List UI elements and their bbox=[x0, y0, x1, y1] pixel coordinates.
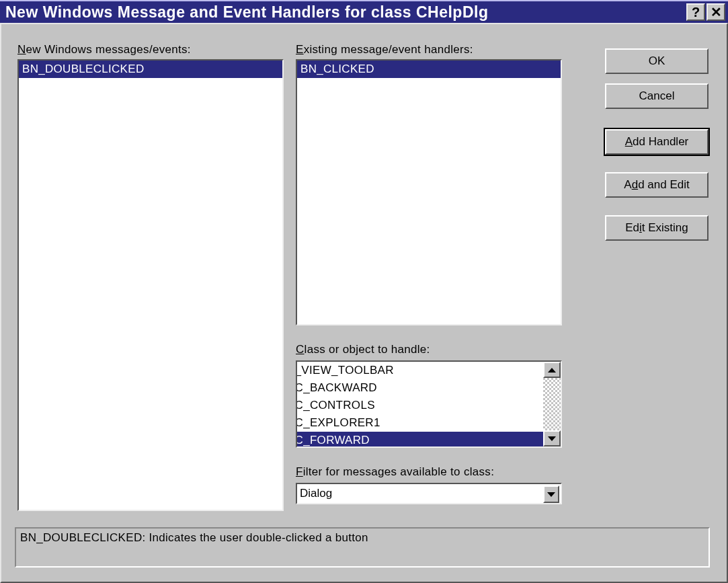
list-item[interactable]: BN_DOUBLECLICKED bbox=[19, 61, 282, 78]
close-button[interactable]: ✕ bbox=[706, 3, 725, 21]
help-button[interactable]: ? bbox=[686, 3, 705, 21]
list-item[interactable]: BN_CLICKED bbox=[297, 61, 561, 78]
add-and-edit-button[interactable]: Add and Edit bbox=[605, 172, 709, 198]
list-item[interactable]: IDC_CONTROLS bbox=[296, 397, 543, 414]
scroll-track[interactable] bbox=[543, 378, 561, 430]
description-box: BN_DOUBLECLICKED: Indicates the user dou… bbox=[15, 527, 710, 568]
titlebar: New Windows Message and Event Handlers f… bbox=[0, 0, 728, 23]
titlebar-title: New Windows Message and Event Handlers f… bbox=[5, 3, 686, 22]
scroll-up-button[interactable] bbox=[543, 362, 561, 378]
class-label: Class or object to handle: bbox=[296, 343, 430, 356]
edit-existing-button[interactable]: Edit Existing bbox=[605, 215, 709, 241]
dialog-client: New Windows messages/events: Existing me… bbox=[0, 23, 728, 583]
existing-handlers-listbox[interactable]: BN_CLICKED bbox=[296, 59, 562, 325]
filter-combo-value: Dialog bbox=[300, 487, 540, 500]
ok-button[interactable]: OK bbox=[605, 48, 709, 74]
new-messages-listbox[interactable]: BN_DOUBLECLICKED bbox=[17, 59, 284, 511]
filter-label: Filter for messages available to class: bbox=[296, 465, 494, 479]
scroll-down-button[interactable] bbox=[543, 430, 561, 446]
chevron-down-icon bbox=[548, 436, 556, 441]
chevron-down-icon bbox=[547, 492, 555, 497]
class-label-accel: C bbox=[296, 343, 305, 356]
class-object-listbox[interactable]: ID_VIEW_TOOLBAR IDC_BACKWARD IDC_CONTROL… bbox=[296, 360, 562, 448]
add-handler-accel: A bbox=[625, 135, 633, 149]
add-handler-button[interactable]: Add Handler bbox=[605, 129, 709, 155]
existing-handlers-label: Existing message/event handlers: bbox=[296, 43, 473, 56]
list-item[interactable]: IDC_BACKWARD bbox=[296, 379, 543, 397]
list-item[interactable]: IDC_EXPLORER1 bbox=[296, 414, 543, 432]
cancel-button[interactable]: Cancel bbox=[605, 83, 709, 109]
class-scrollbar[interactable] bbox=[543, 362, 561, 446]
filter-label-accel: F bbox=[296, 465, 303, 478]
filter-combo-dropdown[interactable] bbox=[543, 485, 559, 503]
list-item[interactable]: ID_VIEW_TOOLBAR bbox=[296, 362, 543, 379]
new-messages-label: New Windows messages/events: bbox=[17, 43, 191, 56]
new-messages-label-accel: N bbox=[17, 43, 26, 56]
list-item[interactable]: IDC_FORWARD bbox=[296, 432, 543, 448]
chevron-up-icon bbox=[548, 368, 556, 373]
filter-combo[interactable]: Dialog bbox=[296, 483, 562, 504]
add-and-edit-accel: d bbox=[632, 178, 638, 192]
existing-handlers-label-accel: E bbox=[296, 43, 304, 56]
